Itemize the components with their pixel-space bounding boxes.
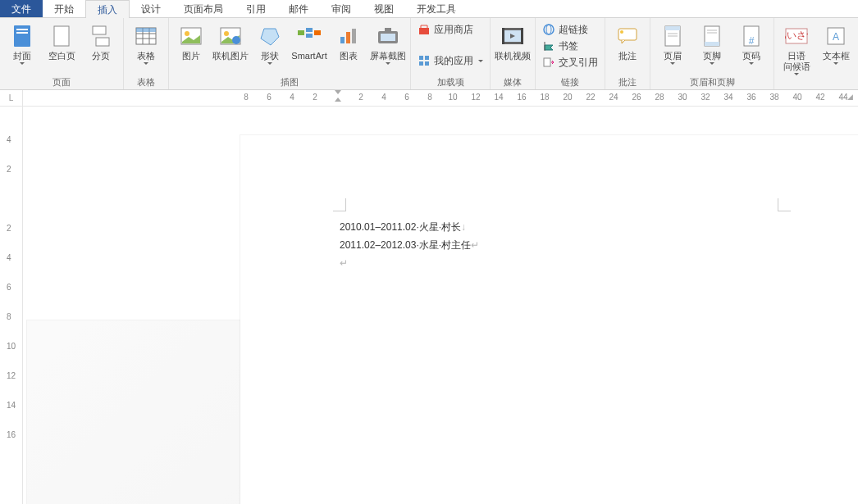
footer-button[interactable]: 页脚 [693,20,731,65]
svg-rect-11 [136,28,156,32]
cross-ref-icon [542,56,555,69]
tab-view[interactable]: 视图 [363,0,405,17]
document-content[interactable]: 2010.01–2011.02·火星·村长↓ 2011.02–2012.03·水… [340,218,479,272]
group-media-label: 媒体 [494,75,532,89]
vruler-tick: 16 [7,430,16,439]
store-button[interactable]: 应用商店 [414,21,486,38]
tab-references[interactable]: 引用 [235,0,277,17]
ruler-tick: 40 [792,93,801,102]
page-break-icon [88,23,114,49]
group-header-footer: 页眉 页脚 # 页码 页眉和页脚 [650,18,774,89]
cover-page-button[interactable]: 封面 [3,20,41,65]
vruler-tick: 12 [7,371,16,380]
smartart-icon [296,23,322,49]
ruler-tick: 4 [290,93,294,102]
cross-ref-button[interactable]: 交叉引用 [539,54,601,70]
online-pictures-icon [217,23,244,49]
ruler-tick: 36 [746,93,755,102]
smartart-button[interactable]: SmartArt [290,20,328,61]
online-video-button[interactable]: 联机视频 [494,20,532,61]
tab-selector[interactable]: L [0,90,23,106]
tab-home[interactable]: 开始 [43,0,85,17]
textbox-button[interactable]: A 文本框 [817,20,855,65]
screenshot-button[interactable]: 屏幕截图 [369,20,407,65]
svg-rect-40 [544,58,550,66]
margin-corner-tr [778,198,791,211]
page [240,135,858,504]
ruler-tick: 28 [655,93,664,102]
ruler-tick: 14 [494,93,503,102]
shapes-icon [257,23,283,49]
blank-page-button[interactable]: 空白页 [43,20,80,61]
ruler-tick: 6 [267,93,272,102]
tab-developer[interactable]: 开发工具 [405,0,468,17]
vertical-ruler[interactable]: 4 2 2 4 6 8 10 12 14 16 [0,107,23,504]
svg-rect-17 [298,30,304,35]
svg-rect-1 [16,29,28,30]
document-area[interactable]: 2010.01–2011.02·火星·村长↓ 2011.02–2012.03·水… [23,107,858,504]
header-button[interactable]: 页眉 [654,20,691,65]
svg-rect-0 [14,25,30,47]
ruler-tick: 30 [678,93,687,102]
tab-file[interactable]: 文件 [0,0,43,17]
page-number-button[interactable]: # 页码 [732,20,770,65]
comment-button[interactable]: 批注 [609,20,646,61]
ruler-tick: 2 [358,93,363,102]
ruler-tick: 8 [427,93,432,102]
ruler-track: 8 6 4 2 2 4 6 8 10 12 14 16 18 20 22 24 … [23,90,858,106]
svg-rect-29 [425,56,429,60]
ruler-tick: 44 [838,93,847,102]
my-apps-button[interactable]: 我的应用 [414,52,486,69]
vruler-tick: 14 [7,401,16,410]
ruler-tick: 22 [586,93,595,102]
svg-rect-23 [352,29,356,43]
horizontal-ruler[interactable]: L 8 6 4 2 2 4 6 8 10 12 14 16 18 20 22 2… [0,90,858,107]
ruler-tick: 12 [471,93,480,102]
tab-insert[interactable]: 插入 [85,0,130,18]
page-break-button[interactable]: 分页 [82,20,120,61]
store-icon [418,23,431,36]
ruler-tick: 6 [404,93,409,102]
group-media: 联机视频 媒体 [491,18,536,89]
svg-rect-21 [340,37,345,43]
page-number-icon: # [738,23,764,49]
ruler-tick: 42 [815,93,824,102]
comment-icon [614,23,641,49]
svg-point-15 [224,31,229,36]
svg-rect-28 [419,56,423,60]
svg-point-38 [546,25,551,34]
shapes-button[interactable]: 形状 [251,20,289,65]
menu-tabs: 文件 开始 插入 设计 页面布局 引用 邮件 审阅 视图 开发工具 [0,0,858,18]
vruler-tick: 4 [7,135,11,144]
chart-icon [335,23,362,49]
vruler-tick: 2 [7,224,11,233]
tab-mailings[interactable]: 邮件 [277,0,320,17]
nav-thumbnail [26,320,249,504]
vruler-tick: 10 [7,342,16,351]
jp-greeting-button[interactable]: あいさつ 日语 问候语 [778,20,815,75]
tab-layout[interactable]: 页面布局 [172,0,235,17]
online-pictures-button[interactable]: 联机图片 [212,20,249,61]
pictures-button[interactable]: 图片 [172,20,210,61]
svg-rect-30 [419,61,423,66]
tab-review[interactable]: 审阅 [320,0,363,17]
table-button[interactable]: 表格 [127,20,165,65]
group-comments-label: 批注 [609,75,646,89]
chart-button[interactable]: 图表 [330,20,367,61]
svg-text:あいさつ: あいさつ [785,30,808,41]
svg-rect-18 [306,28,313,32]
group-addins-label: 加载项 [414,75,486,89]
hyperlink-button[interactable]: 超链接 [539,21,601,38]
bookmark-button[interactable]: 书签 [539,38,601,54]
svg-text:#: # [749,35,755,47]
ruler-tick: 16 [517,93,526,102]
svg-rect-41 [618,29,637,40]
tab-design[interactable]: 设计 [130,0,172,17]
group-addins: 应用商店 我的应用 加载项 [411,18,491,89]
group-tables-label: 表格 [127,75,165,89]
svg-rect-22 [346,32,350,43]
svg-rect-25 [381,34,395,41]
group-text: あいさつ 日语 问候语 A 文本框 文档部 [774,18,858,89]
svg-rect-20 [314,30,321,35]
ruler-tick: 4 [381,93,386,102]
